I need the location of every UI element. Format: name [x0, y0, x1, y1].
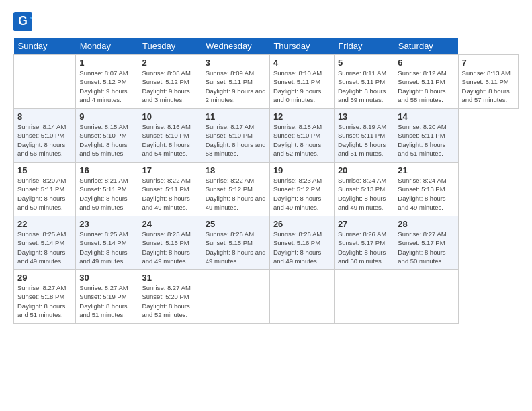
- day-number: 4: [273, 58, 330, 68]
- day-info: Sunrise: 8:27 AMSunset: 5:17 PMDaylight:…: [398, 230, 454, 265]
- calendar-cell: 30 Sunrise: 8:27 AMSunset: 5:19 PMDaylig…: [76, 270, 138, 324]
- day-info: Sunrise: 8:18 AMSunset: 5:10 PMDaylight:…: [273, 122, 330, 158]
- day-number: 26: [273, 219, 330, 229]
- day-info: Sunrise: 8:16 AMSunset: 5:10 PMDaylight:…: [142, 122, 197, 158]
- calendar-cell: [14, 55, 76, 109]
- calendar-cell: 12 Sunrise: 8:18 AMSunset: 5:10 PMDaylig…: [269, 109, 334, 163]
- day-number: 28: [398, 219, 454, 229]
- calendar-cell: 7 Sunrise: 8:13 AMSunset: 5:11 PMDayligh…: [458, 55, 518, 109]
- day-number: 14: [398, 111, 454, 122]
- calendar-cell: 17 Sunrise: 8:22 AMSunset: 5:11 PMDaylig…: [138, 163, 202, 216]
- day-number: 31: [142, 273, 197, 283]
- dow-header: Monday: [76, 38, 138, 55]
- day-info: Sunrise: 8:10 AMSunset: 5:11 PMDaylight:…: [273, 68, 330, 104]
- day-number: 5: [338, 58, 390, 68]
- day-number: 23: [79, 219, 134, 229]
- calendar-cell: [394, 270, 458, 324]
- calendar-cell: [269, 270, 334, 324]
- calendar-cell: 18 Sunrise: 8:22 AMSunset: 5:12 PMDaylig…: [202, 163, 269, 216]
- day-number: 13: [338, 111, 390, 122]
- day-info: Sunrise: 8:19 AMSunset: 5:11 PMDaylight:…: [338, 122, 390, 158]
- calendar-cell: [202, 270, 269, 324]
- day-number: 24: [142, 219, 197, 229]
- calendar-cell: 22 Sunrise: 8:25 AMSunset: 5:14 PMDaylig…: [14, 216, 76, 270]
- calendar-cell: 27 Sunrise: 8:26 AMSunset: 5:17 PMDaylig…: [334, 216, 394, 270]
- day-number: 12: [273, 111, 330, 122]
- calendar-cell: 11 Sunrise: 8:17 AMSunset: 5:10 PMDaylig…: [202, 109, 269, 163]
- day-number: 6: [398, 58, 454, 68]
- calendar-cell: 31 Sunrise: 8:27 AMSunset: 5:20 PMDaylig…: [138, 270, 202, 324]
- day-info: Sunrise: 8:09 AMSunset: 5:11 PMDaylight:…: [206, 68, 266, 104]
- calendar-cell: 20 Sunrise: 8:24 AMSunset: 5:13 PMDaylig…: [334, 163, 394, 216]
- page-header: G: [13, 12, 519, 31]
- day-info: Sunrise: 8:21 AMSunset: 5:11 PMDaylight:…: [79, 176, 134, 212]
- day-info: Sunrise: 8:24 AMSunset: 5:13 PMDaylight:…: [338, 176, 390, 212]
- calendar-cell: 4 Sunrise: 8:10 AMSunset: 5:11 PMDayligh…: [269, 55, 334, 109]
- day-number: 30: [79, 273, 134, 283]
- day-number: 29: [17, 273, 72, 283]
- day-info: Sunrise: 8:22 AMSunset: 5:11 PMDaylight:…: [142, 176, 197, 212]
- day-number: 11: [206, 111, 266, 122]
- calendar-cell: 1 Sunrise: 8:07 AMSunset: 5:12 PMDayligh…: [76, 55, 138, 109]
- day-number: 27: [338, 219, 390, 229]
- day-info: Sunrise: 8:14 AMSunset: 5:10 PMDaylight:…: [17, 122, 72, 158]
- calendar-cell: 19 Sunrise: 8:23 AMSunset: 5:12 PMDaylig…: [269, 163, 334, 216]
- calendar-cell: 3 Sunrise: 8:09 AMSunset: 5:11 PMDayligh…: [202, 55, 269, 109]
- calendar-cell: 2 Sunrise: 8:08 AMSunset: 5:12 PMDayligh…: [138, 55, 202, 109]
- day-info: Sunrise: 8:26 AMSunset: 5:15 PMDaylight:…: [206, 230, 266, 265]
- day-info: Sunrise: 8:27 AMSunset: 5:19 PMDaylight:…: [79, 283, 134, 319]
- dow-header: Saturday: [394, 38, 458, 55]
- dow-header: Friday: [334, 38, 394, 55]
- calendar-cell: 24 Sunrise: 8:25 AMSunset: 5:15 PMDaylig…: [138, 216, 202, 270]
- day-info: Sunrise: 8:08 AMSunset: 5:12 PMDaylight:…: [142, 68, 197, 104]
- day-info: Sunrise: 8:25 AMSunset: 5:14 PMDaylight:…: [17, 230, 72, 265]
- calendar-cell: 15 Sunrise: 8:20 AMSunset: 5:11 PMDaylig…: [14, 163, 76, 216]
- day-number: 8: [17, 111, 72, 122]
- day-number: 22: [17, 219, 72, 229]
- day-info: Sunrise: 8:23 AMSunset: 5:12 PMDaylight:…: [273, 176, 330, 212]
- logo-icon: G: [13, 12, 32, 31]
- calendar-cell: 9 Sunrise: 8:15 AMSunset: 5:10 PMDayligh…: [76, 109, 138, 163]
- day-info: Sunrise: 8:11 AMSunset: 5:11 PMDaylight:…: [338, 68, 390, 104]
- day-number: 9: [79, 111, 134, 122]
- calendar-cell: 16 Sunrise: 8:21 AMSunset: 5:11 PMDaylig…: [76, 163, 138, 216]
- calendar-cell: 10 Sunrise: 8:16 AMSunset: 5:10 PMDaylig…: [138, 109, 202, 163]
- calendar-cell: 28 Sunrise: 8:27 AMSunset: 5:17 PMDaylig…: [394, 216, 458, 270]
- day-info: Sunrise: 8:15 AMSunset: 5:10 PMDaylight:…: [79, 122, 134, 158]
- day-info: Sunrise: 8:25 AMSunset: 5:14 PMDaylight:…: [79, 230, 134, 265]
- day-number: 19: [273, 165, 330, 175]
- day-number: 25: [206, 219, 266, 229]
- day-number: 1: [79, 58, 134, 68]
- dow-header: Thursday: [269, 38, 334, 55]
- dow-header: Sunday: [14, 38, 76, 55]
- day-number: 16: [79, 165, 134, 175]
- calendar-cell: 21 Sunrise: 8:24 AMSunset: 5:13 PMDaylig…: [394, 163, 458, 216]
- day-number: 21: [398, 165, 454, 175]
- calendar-cell: 25 Sunrise: 8:26 AMSunset: 5:15 PMDaylig…: [202, 216, 269, 270]
- calendar-cell: 5 Sunrise: 8:11 AMSunset: 5:11 PMDayligh…: [334, 55, 394, 109]
- day-info: Sunrise: 8:12 AMSunset: 5:11 PMDaylight:…: [398, 68, 454, 104]
- day-info: Sunrise: 8:26 AMSunset: 5:16 PMDaylight:…: [273, 230, 330, 265]
- calendar-cell: 14 Sunrise: 8:20 AMSunset: 5:11 PMDaylig…: [394, 109, 458, 163]
- day-info: Sunrise: 8:13 AMSunset: 5:11 PMDaylight:…: [462, 68, 515, 104]
- day-info: Sunrise: 8:07 AMSunset: 5:12 PMDaylight:…: [79, 68, 134, 104]
- calendar-cell: 13 Sunrise: 8:19 AMSunset: 5:11 PMDaylig…: [334, 109, 394, 163]
- day-info: Sunrise: 8:26 AMSunset: 5:17 PMDaylight:…: [338, 230, 390, 265]
- day-number: 7: [462, 58, 515, 68]
- day-number: 3: [206, 58, 266, 68]
- calendar-cell: [334, 270, 394, 324]
- calendar-table: SundayMondayTuesdayWednesdayThursdayFrid…: [13, 38, 519, 324]
- calendar-cell: 29 Sunrise: 8:27 AMSunset: 5:18 PMDaylig…: [14, 270, 76, 324]
- calendar-cell: 26 Sunrise: 8:26 AMSunset: 5:16 PMDaylig…: [269, 216, 334, 270]
- day-number: 10: [142, 111, 197, 122]
- day-number: 17: [142, 165, 197, 175]
- day-number: 2: [142, 58, 197, 68]
- day-info: Sunrise: 8:27 AMSunset: 5:20 PMDaylight:…: [142, 283, 197, 319]
- day-info: Sunrise: 8:25 AMSunset: 5:15 PMDaylight:…: [142, 230, 197, 265]
- day-number: 15: [17, 165, 72, 175]
- svg-text:G: G: [18, 14, 28, 28]
- dow-header: Wednesday: [202, 38, 269, 55]
- day-number: 18: [206, 165, 266, 175]
- dow-header: Tuesday: [138, 38, 202, 55]
- day-info: Sunrise: 8:17 AMSunset: 5:10 PMDaylight:…: [206, 122, 266, 158]
